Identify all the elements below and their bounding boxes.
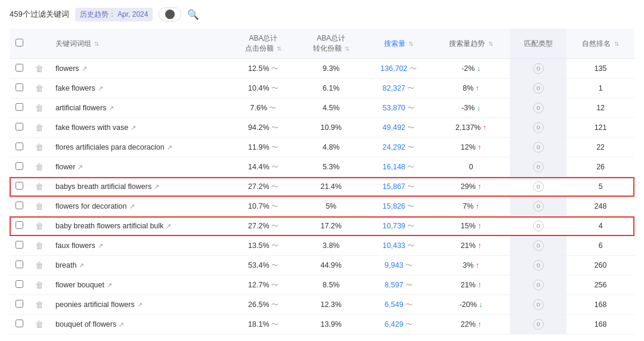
header-search-trend[interactable]: 搜索量趋势 ⇅ [432, 29, 510, 59]
table-row: 🗑breath↗53.4% 〜44.9%9,943 〜3% ↑o260 [10, 256, 634, 275]
header-aba-click[interactable]: ABA总计点击份额 ⇅ [230, 29, 298, 59]
aba-conv-cell: 8.5% [297, 275, 365, 295]
external-link-icon[interactable]: ↗ [98, 85, 103, 92]
row-checkbox-cell [10, 138, 29, 157]
delete-icon[interactable]: 🗑 [35, 123, 44, 132]
row-checkbox[interactable] [16, 241, 23, 249]
search-vol-trend-icon[interactable]: 〜 [405, 222, 414, 230]
external-link-icon[interactable]: ↗ [119, 321, 124, 328]
select-all-checkbox[interactable] [16, 39, 23, 46]
search-vol-trend-icon[interactable]: 〜 [407, 64, 416, 73]
external-link-icon[interactable]: ↗ [78, 163, 83, 171]
aba-click-trend-icon[interactable]: 〜 [270, 64, 278, 73]
search-vol-value: 15,867 [383, 182, 405, 191]
external-link-icon[interactable]: ↗ [131, 124, 136, 132]
aba-click-trend-icon[interactable]: 〜 [270, 202, 278, 210]
aba-click-trend-icon[interactable]: 〜 [270, 300, 278, 309]
aba-click-trend-icon[interactable]: 〜 [270, 182, 278, 191]
row-checkbox[interactable] [16, 83, 23, 91]
delete-icon[interactable]: 🗑 [35, 103, 44, 113]
search-vol-trend-icon[interactable]: 〜 [405, 163, 414, 171]
delete-icon[interactable]: 🗑 [35, 280, 44, 290]
external-link-icon[interactable]: ↗ [79, 262, 84, 269]
table-row: 🗑fake flowers with vase↗94.2% 〜10.9%49,4… [10, 118, 634, 138]
search-vol-trend-icon[interactable]: 〜 [405, 241, 414, 250]
date-selector[interactable] [159, 7, 181, 21]
search-icon[interactable]: 🔍 [187, 9, 199, 20]
header-natural-rank[interactable]: 自然排名 ⇅ [566, 29, 634, 59]
header-checkbox[interactable] [10, 29, 29, 59]
delete-icon[interactable]: 🗑 [35, 64, 44, 73]
delete-icon[interactable]: 🗑 [35, 182, 44, 191]
search-vol-trend-icon[interactable]: 〜 [405, 84, 414, 92]
aba-click-trend-icon[interactable]: 〜 [270, 281, 278, 289]
delete-icon[interactable]: 🗑 [35, 261, 44, 270]
row-checkbox[interactable] [16, 142, 23, 150]
header-keyword[interactable]: 关键词词组 ⇅ [49, 29, 230, 59]
delete-icon[interactable]: 🗑 [35, 83, 44, 93]
match-type-badge: o [533, 181, 544, 192]
up-arrow-icon: ↑ [478, 281, 481, 289]
aba-click-trend-icon[interactable]: 〜 [270, 163, 278, 171]
row-checkbox[interactable] [16, 320, 23, 327]
aba-conv-cell: 6.1% [297, 79, 365, 98]
search-vol-trend-icon[interactable]: 〜 [405, 123, 414, 132]
aba-click-value: 10.7% [248, 202, 269, 210]
search-vol-trend-icon[interactable]: 〜 [405, 104, 414, 112]
row-checkbox[interactable] [16, 123, 23, 131]
match-type-badge: o [533, 83, 544, 94]
aba-click-trend-icon[interactable]: 〜 [270, 123, 278, 132]
external-link-icon[interactable]: ↗ [166, 222, 171, 230]
header-search-vol[interactable]: 搜索量 ⇅ [365, 29, 432, 59]
delete-icon[interactable]: 🗑 [35, 221, 44, 231]
search-vol-cell: 15,826 〜 [365, 197, 432, 216]
search-vol-trend-icon[interactable]: 〜 [403, 261, 412, 269]
aba-click-trend-icon[interactable]: 〜 [270, 241, 278, 250]
delete-icon[interactable]: 🗑 [35, 162, 44, 172]
aba-click-trend-icon[interactable]: 〜 [270, 222, 278, 230]
search-vol-cell: 6,429 〜 [365, 315, 432, 334]
external-link-icon[interactable]: ↗ [107, 281, 112, 289]
aba-click-trend-icon[interactable]: 〜 [270, 261, 278, 269]
external-link-icon[interactable]: ↗ [137, 301, 143, 309]
aba-click-trend-icon[interactable]: 〜 [267, 104, 276, 112]
delete-icon[interactable]: 🗑 [35, 320, 44, 329]
search-vol-trend-icon[interactable]: 〜 [405, 143, 414, 151]
row-checkbox[interactable] [16, 64, 23, 72]
aba-click-trend-icon[interactable]: 〜 [270, 320, 278, 328]
delete-icon[interactable]: 🗑 [35, 241, 44, 250]
row-checkbox[interactable] [16, 202, 23, 209]
natural-rank-cell: 5 [566, 177, 634, 197]
aba-click-trend-icon[interactable]: 〜 [270, 143, 278, 151]
external-link-icon[interactable]: ↗ [82, 65, 87, 73]
search-vol-trend-icon[interactable]: 〜 [405, 202, 414, 210]
aba-click-cell: 14.4% 〜 [230, 157, 298, 177]
row-checkbox[interactable] [16, 103, 23, 111]
external-link-icon[interactable]: ↗ [129, 203, 135, 210]
row-checkbox[interactable] [16, 221, 23, 229]
search-vol-trend-icon[interactable]: 〜 [403, 320, 412, 328]
row-checkbox[interactable] [16, 280, 23, 288]
delete-icon[interactable]: 🗑 [35, 142, 44, 152]
row-checkbox[interactable] [16, 162, 23, 170]
search-vol-trend-icon[interactable]: 〜 [405, 182, 414, 191]
trend-pct-value: -20% [459, 300, 479, 309]
trend-pct-value: 29% [461, 182, 478, 191]
natural-rank-cell: 121 [566, 118, 634, 138]
external-link-icon[interactable]: ↗ [154, 183, 159, 191]
natural-rank-sort-icon: ⇅ [614, 41, 619, 47]
aba-conv-cell: 10.9% [297, 118, 365, 138]
row-checkbox[interactable] [16, 182, 23, 190]
search-vol-trend-icon[interactable]: 〜 [403, 300, 412, 309]
delete-icon[interactable]: 🗑 [35, 300, 44, 309]
search-vol-trend-icon[interactable]: 〜 [403, 281, 412, 289]
header-aba-conv[interactable]: ABA总计转化份额 ⇅ [297, 29, 365, 59]
aba-click-trend-icon[interactable]: 〜 [270, 84, 278, 92]
natural-rank-cell: 256 [566, 275, 634, 295]
external-link-icon[interactable]: ↗ [167, 144, 172, 151]
delete-icon[interactable]: 🗑 [35, 202, 44, 211]
external-link-icon[interactable]: ↗ [109, 104, 114, 112]
external-link-icon[interactable]: ↗ [98, 242, 103, 250]
row-checkbox[interactable] [16, 300, 23, 308]
row-checkbox[interactable] [16, 261, 23, 268]
